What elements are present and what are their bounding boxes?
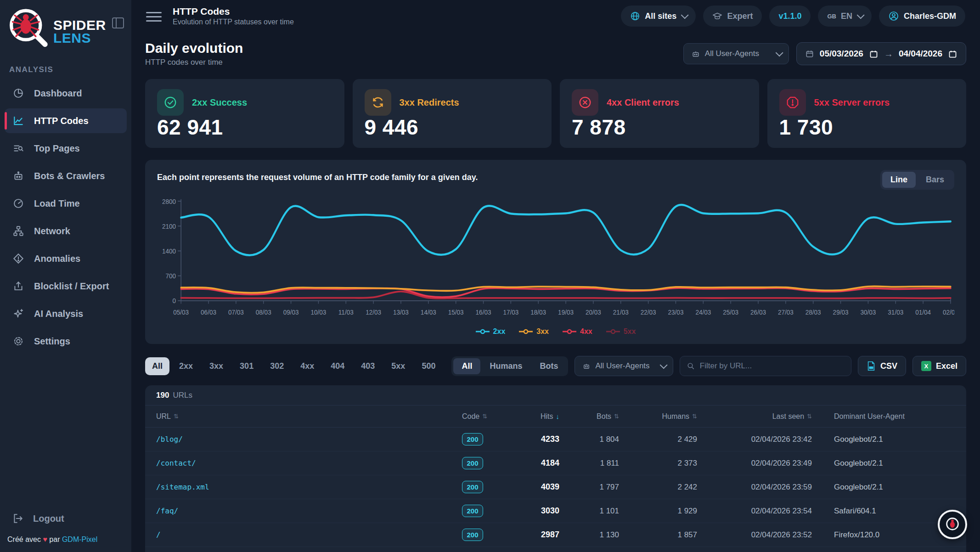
url-filter-input[interactable] (700, 361, 845, 371)
bots-cell: 1 797 (570, 483, 630, 492)
legend-item-5xx[interactable]: 5xx (606, 327, 636, 336)
url-link[interactable]: /faq/ (145, 507, 451, 515)
sidebar-collapse-icon[interactable] (112, 17, 124, 28)
calendar-button-icon[interactable] (869, 49, 879, 59)
svg-text:17/03: 17/03 (503, 308, 518, 316)
sidebar-item-load-time[interactable]: Load Time (5, 191, 127, 216)
sort-icon: ⇅ (807, 413, 812, 420)
code-filter-404[interactable]: 404 (324, 357, 351, 375)
svg-text:11/03: 11/03 (338, 308, 354, 316)
svg-text:29/03: 29/03 (833, 308, 849, 316)
column-header-last-seen[interactable]: Last seen⇅ (708, 412, 823, 421)
app-logo[interactable]: SPIDER LENS (7, 7, 106, 50)
sidebar-item-anomalies[interactable]: Anomalies (5, 246, 127, 271)
alert-octagon-icon (779, 89, 806, 116)
url-link[interactable]: /blog/ (145, 435, 451, 444)
flag-gb-badge: GB (827, 13, 836, 20)
table-row: /faq/ 200 3030 1 101 1 929 02/04/2026 23… (145, 499, 966, 523)
code-filter-all[interactable]: All (145, 357, 169, 375)
dominant-ua-cell: Googlebot/2.1 (823, 459, 966, 468)
date-to[interactable]: 04/04/2026 (899, 49, 942, 59)
credit-brand-link[interactable]: GDM-Pixel (62, 535, 97, 543)
pie-chart-icon (12, 87, 25, 100)
legend-item-2xx[interactable]: 2xx (476, 327, 506, 336)
gear-icon (12, 335, 25, 348)
humans-cell: 2 373 (630, 459, 708, 468)
column-header-hits[interactable]: Hits↓ (501, 412, 570, 421)
status-code-badge: 200 (462, 505, 483, 517)
code-filter-5xx[interactable]: 5xx (384, 357, 412, 375)
svg-text:02/04: 02/04 (943, 308, 954, 316)
code-filter-4xx[interactable]: 4xx (293, 357, 321, 375)
expert-mode-button[interactable]: Expert (703, 6, 762, 27)
calendar-icon (805, 49, 814, 58)
svg-text:21/03: 21/03 (613, 308, 629, 316)
toggle-line-button[interactable]: Line (882, 172, 916, 188)
table-row: /contact/ 200 4184 1 811 2 373 02/04/202… (145, 451, 966, 475)
hits-cell: 2987 (501, 530, 570, 540)
sidebar-item-network[interactable]: Network (5, 219, 127, 243)
sidebar: SPIDER LENS ANALYSIS Dashboard HTTP Code… (0, 0, 131, 552)
gdm-pixel-fab[interactable] (938, 510, 967, 539)
code-filter-500[interactable]: 500 (415, 357, 442, 375)
audience-bots-button[interactable]: Bots (531, 358, 566, 374)
svg-text:18/03: 18/03 (530, 308, 546, 316)
column-header-bots[interactable]: Bots⇅ (570, 412, 630, 421)
export-csv-button[interactable]: CSV (858, 356, 906, 376)
hits-cell: 4039 (501, 482, 570, 492)
sidebar-item-settings[interactable]: Settings (5, 329, 127, 354)
svg-text:08/03: 08/03 (256, 308, 271, 316)
date-from[interactable]: 05/03/2026 (820, 49, 863, 59)
svg-text:28/03: 28/03 (805, 308, 821, 316)
svg-text:14/03: 14/03 (421, 308, 436, 316)
language-selector[interactable]: GB EN (818, 6, 872, 27)
svg-text:20/03: 20/03 (586, 308, 601, 316)
csv-file-icon (867, 361, 876, 371)
sidebar-item-bots-crawlers[interactable]: Bots & Crawlers (5, 163, 127, 188)
legend-item-4xx[interactable]: 4xx (563, 327, 592, 336)
user-account-button[interactable]: Charles-GDM (879, 6, 965, 27)
legend-item-3xx[interactable]: 3xx (519, 327, 549, 336)
user-agents-select[interactable]: All User-Agents (683, 43, 789, 64)
column-header-url[interactable]: URL⇅ (145, 412, 451, 421)
toggle-bars-button[interactable]: Bars (918, 172, 952, 188)
url-link[interactable]: / (145, 530, 451, 539)
last-seen-cell: 02/04/2026 23:42 (708, 435, 823, 444)
http-codes-line-chart: 070014002100280005/0306/0307/0308/0309/0… (157, 196, 954, 325)
bots-cell: 1 101 (570, 507, 630, 516)
hamburger-menu-icon[interactable] (146, 11, 162, 22)
url-link[interactable]: /sitemap.xml (145, 483, 451, 491)
hits-cell: 4233 (501, 434, 570, 444)
chart-description: Each point represents the request volume… (157, 170, 478, 182)
table-user-agents-select[interactable]: All User-Agents (574, 356, 673, 376)
version-badge: v1.1.0 (769, 6, 811, 27)
audience-all-button[interactable]: All (453, 358, 480, 374)
audience-humans-button[interactable]: Humans (481, 358, 530, 374)
sort-icon: ⇅ (174, 413, 179, 420)
code-filter-2xx[interactable]: 2xx (172, 357, 200, 375)
code-filters: All 2xx 3xx 301 302 4xx 404 403 5xx 500 (145, 357, 442, 375)
last-seen-cell: 02/04/2026 23:52 (708, 530, 823, 540)
sidebar-item-ai-analysis[interactable]: AI Analysis (5, 301, 127, 326)
svg-text:10/03: 10/03 (310, 308, 326, 316)
code-filter-3xx[interactable]: 3xx (203, 357, 230, 375)
code-filter-302[interactable]: 302 (263, 357, 291, 375)
logout-button[interactable]: Logout (0, 506, 131, 531)
url-link[interactable]: /contact/ (145, 459, 451, 468)
sort-icon: ⇅ (482, 413, 487, 420)
code-filter-301[interactable]: 301 (233, 357, 260, 375)
credit-footer: Créé avec ♥ par GDM-Pixel (0, 531, 131, 552)
chart-card: Each point represents the request volume… (145, 160, 966, 344)
logout-icon (12, 513, 24, 524)
sidebar-item-top-pages[interactable]: Top Pages (5, 136, 127, 161)
status-code-badge: 200 (462, 457, 483, 469)
code-filter-403[interactable]: 403 (354, 357, 382, 375)
sidebar-item-dashboard[interactable]: Dashboard (5, 81, 127, 106)
column-header-code[interactable]: Code⇅ (451, 412, 501, 421)
sidebar-item-blocklist-export[interactable]: Blocklist / Export (5, 274, 127, 299)
calendar-button-icon[interactable] (948, 49, 957, 59)
site-selector[interactable]: All sites (621, 6, 696, 27)
column-header-humans[interactable]: Humans⇅ (630, 412, 708, 421)
export-excel-button[interactable]: X Excel (912, 356, 966, 376)
sidebar-item-http-codes[interactable]: HTTP Codes (5, 108, 127, 133)
